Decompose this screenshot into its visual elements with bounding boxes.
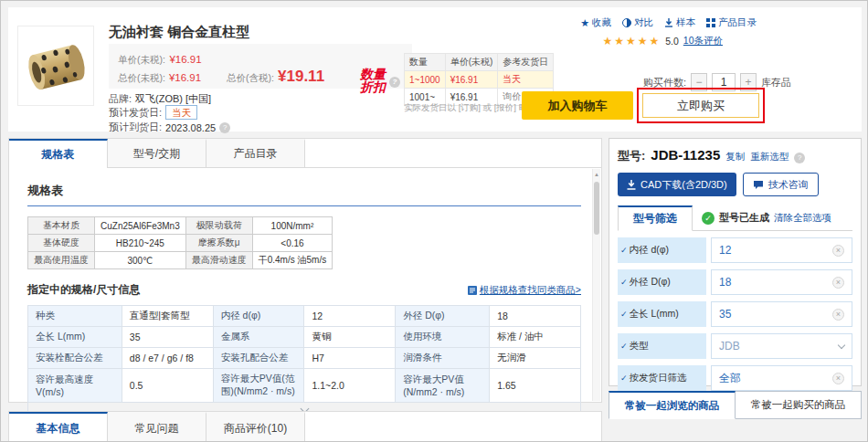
favorite-label: 收藏 — [592, 16, 611, 29]
basic-spec-row: 最高使用温度 300℃ 最高滑动速度 干0.4m/s 油5m/s — [28, 252, 333, 269]
tab-viewed-together[interactable]: 常被一起浏览的商品 — [609, 391, 736, 419]
filter-value-box[interactable]: 12 × — [711, 237, 852, 263]
filter-value-box[interactable]: 全部 × — [711, 365, 852, 391]
arrival-date-value: 2023.08.25 — [165, 122, 216, 133]
clear-filter-icon[interactable]: × — [832, 277, 844, 289]
product-summary-card: 无油衬套 铜合金直柱型 单价(未税): ¥16.91 总价(未税): ¥16.9… — [8, 7, 862, 132]
basic-spec-row: 基体硬度 HB210~245 摩擦系数μ <0.16 — [28, 235, 333, 252]
spec-panel-content: 规格表 基本材质 CuZn25Al6Fe3Mn3 极限动载荷 100N/mm² … — [9, 168, 601, 418]
discount-cell: 当天 — [498, 71, 554, 89]
filter-label-text: 全长 L(mm) — [630, 308, 679, 321]
filter-value: 12 — [719, 244, 731, 257]
total-price-label: 总价(未税): — [118, 72, 165, 85]
catalog-link[interactable]: 产品目录 — [706, 16, 757, 29]
basic-spec-row: 基本材质 CuZn25Al6Fe3Mn3 极限动载荷 100N/mm² — [28, 217, 333, 235]
dims-row: 全长 L(mm) 35 金属系 黄铜 使用环境 标准 / 油中 — [28, 327, 581, 348]
cad-download-label: CAD下载(含2D/3D) — [640, 178, 727, 192]
dims-value-cell: 12 — [304, 306, 396, 327]
spec-value-cell: 干0.4m/s 油5m/s — [252, 252, 332, 269]
reselect-model-link[interactable]: 重新选型 — [750, 151, 789, 163]
model-filter-tabstrip: 型号筛选 ✓ 型号已生成 清除全部选项 — [618, 205, 852, 231]
filter-value-box[interactable]: 35 × — [711, 301, 852, 327]
spec-label-cell: 最高滑动速度 — [185, 252, 252, 269]
scrollbar-thumb[interactable] — [594, 182, 599, 235]
filter-label: ✓ 内径 d(φ) — [618, 237, 706, 263]
rating-score: 5.0 — [665, 36, 679, 47]
model-info-icon[interactable]: ? — [794, 153, 805, 163]
spec-value-cell: CuZn25Al6Fe3Mn3 — [95, 217, 186, 235]
tab-basic-info[interactable]: 基本信息 — [9, 412, 108, 442]
quantity-discount-badge: 数量 折扣 ? — [360, 68, 386, 93]
dims-label-cell: 全长 L(mm) — [28, 327, 122, 348]
model-generated-status: ✓ 型号已生成 清除全部选项 — [702, 211, 831, 230]
header-action-links: ★ 收藏 对比 样本 产品目录 — [580, 16, 757, 29]
chevron-down-icon — [838, 341, 845, 348]
tech-consult-button[interactable]: 技术咨询 — [743, 173, 819, 196]
tab-product-catalog[interactable]: 产品目录 — [206, 139, 305, 167]
discount-info-icon[interactable]: ? — [389, 77, 400, 88]
cad-download-button[interactable]: CAD下载(含2D/3D) — [618, 173, 736, 196]
discount-badge-line1: 数量 — [360, 68, 386, 80]
tab-faq[interactable]: 常见问题 — [108, 412, 206, 442]
filter-row-type: ✓ 类型 JDB — [618, 333, 852, 359]
reviews-link[interactable]: 10条评价 — [683, 35, 723, 47]
add-to-cart-button[interactable]: 加入购物车 — [522, 91, 633, 120]
copy-model-link[interactable]: 复制 — [725, 151, 745, 163]
find-similar-link[interactable]: 根据规格查找同类商品> — [468, 284, 581, 297]
total-price-value: ¥16.91 — [169, 72, 201, 83]
dims-value-cell: 35 — [122, 327, 213, 348]
filter-value: 18 — [719, 276, 731, 289]
buy-now-button[interactable]: 立即购买 — [642, 93, 759, 118]
tab-spec-table[interactable]: 规格表 — [9, 139, 108, 168]
unit-price-label: 单价(未税): — [118, 54, 165, 65]
tab-model-filter[interactable]: 型号筛选 — [618, 205, 693, 231]
spec-value-cell: 100N/mm² — [252, 217, 332, 235]
dims-row: 安装栓配合公差 d8 / e7 / g6 / f8 安装孔配合公差 H7 润滑条… — [28, 348, 581, 369]
filter-label: ✓ 类型 — [618, 333, 706, 359]
filter-value-box[interactable]: 18 × — [711, 269, 852, 295]
discount-header-qty: 数量 — [405, 54, 446, 71]
dims-value-cell: 无润滑 — [490, 348, 581, 369]
dims-value-cell: 18 — [490, 306, 581, 327]
sample-link[interactable]: 样本 — [664, 16, 695, 29]
dims-label-cell: 安装栓配合公差 — [28, 348, 122, 369]
check-icon: ✓ — [620, 310, 628, 319]
dims-label-cell: 润滑条件 — [396, 348, 490, 369]
brand-label: 品牌: — [109, 92, 132, 106]
arrival-info-icon[interactable]: ? — [219, 122, 230, 133]
clear-all-options-link[interactable]: 清除全部选项 — [774, 212, 831, 225]
spec-panel-tabs: 规格表 型号/交期 产品目录 — [9, 139, 601, 168]
check-icon: ✓ — [620, 246, 628, 255]
unit-price-value: ¥16.91 — [169, 54, 201, 65]
discount-header-price: 单价(未税) — [445, 54, 498, 71]
spec-value-cell: HB210~245 — [95, 235, 186, 252]
product-image[interactable] — [17, 26, 94, 106]
tab-bought-together[interactable]: 常被一起购买的商品 — [736, 391, 862, 419]
tab-reviews[interactable]: 商品评价(10) — [206, 412, 305, 442]
download-icon — [627, 180, 636, 190]
filter-value: 全部 — [719, 371, 741, 386]
spec-panel-scrollbar[interactable]: ▲ — [592, 169, 600, 401]
dims-value-cell: 1.65 — [490, 369, 581, 403]
clear-filter-icon[interactable]: × — [832, 309, 844, 321]
compare-link[interactable]: 对比 — [622, 16, 653, 29]
tab-model-delivery[interactable]: 型号/交期 — [108, 139, 206, 167]
spec-label-cell: 极限动载荷 — [185, 217, 252, 235]
clear-filter-icon[interactable]: × — [832, 373, 844, 384]
discount-cell: 1~1000 — [405, 71, 446, 89]
dims-value-cell: 标准 / 油中 — [490, 327, 581, 348]
dims-label-cell: 容许最大PV值(N/mm2 · m/s) — [396, 369, 490, 403]
spec-label-cell: 基本材质 — [28, 217, 95, 235]
favorite-link[interactable]: ★ 收藏 — [580, 16, 611, 29]
dims-value-cell: 1.1~2.0 — [304, 369, 396, 403]
discount-cell: ¥16.91 — [445, 71, 498, 89]
compare-icon — [622, 18, 631, 27]
check-icon: ✓ — [620, 278, 628, 287]
filter-label: ✓ 全长 L(mm) — [618, 301, 706, 327]
clear-filter-icon[interactable]: × — [832, 245, 844, 257]
filter-type-dropdown[interactable]: JDB — [711, 333, 852, 359]
spec-label-cell: 摩擦系数μ — [185, 235, 252, 252]
spec-panel: 规格表 型号/交期 产品目录 规格表 基本材质 CuZn25Al6Fe3Mn3 … — [8, 138, 602, 403]
scrollbar-up-arrow[interactable]: ▲ — [593, 169, 600, 180]
product-title: 无油衬套 铜合金直柱型 — [109, 24, 249, 41]
